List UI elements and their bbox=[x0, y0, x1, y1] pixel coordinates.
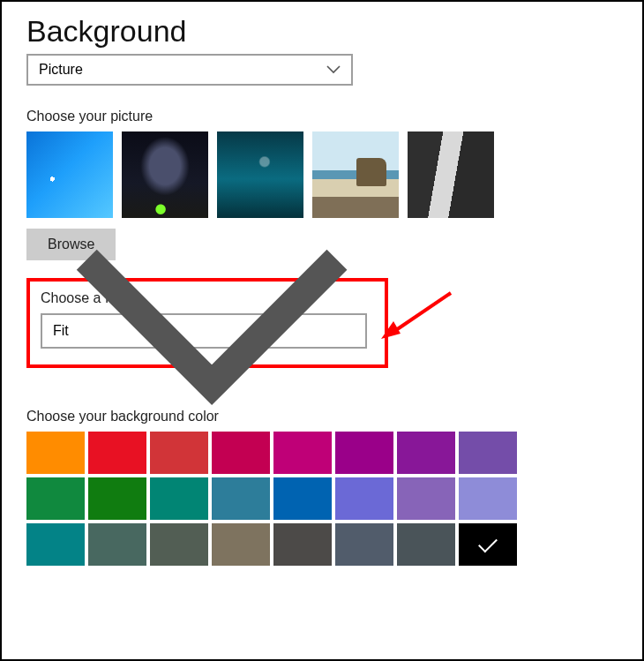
page-title: Background bbox=[26, 14, 618, 49]
color-swatch[interactable] bbox=[88, 477, 146, 520]
fit-dropdown[interactable]: Fit bbox=[41, 313, 367, 349]
background-type-value: Picture bbox=[39, 62, 83, 78]
choose-picture-label: Choose your picture bbox=[26, 109, 618, 124]
picture-thumb[interactable] bbox=[122, 131, 208, 218]
svg-line-0 bbox=[393, 293, 451, 332]
color-swatch[interactable] bbox=[212, 477, 270, 520]
color-grid bbox=[26, 432, 618, 566]
color-swatch[interactable] bbox=[397, 477, 455, 520]
color-swatch[interactable] bbox=[26, 523, 85, 566]
picture-thumb[interactable] bbox=[312, 131, 399, 218]
color-swatch[interactable] bbox=[397, 432, 455, 474]
color-swatch[interactable] bbox=[150, 432, 208, 474]
color-swatch[interactable] bbox=[88, 432, 146, 474]
color-swatch[interactable] bbox=[335, 477, 393, 520]
color-swatch[interactable] bbox=[150, 477, 208, 520]
color-swatch[interactable] bbox=[212, 523, 270, 566]
chevron-down-icon bbox=[326, 65, 341, 74]
color-swatch[interactable] bbox=[335, 523, 393, 566]
fit-value: Fit bbox=[53, 323, 69, 339]
chevron-down-icon bbox=[69, 242, 355, 421]
picture-thumb[interactable] bbox=[26, 131, 113, 218]
color-swatch[interactable] bbox=[459, 523, 517, 566]
background-type-dropdown[interactable]: Picture bbox=[26, 54, 353, 86]
color-swatch[interactable] bbox=[26, 432, 85, 474]
color-swatch[interactable] bbox=[397, 523, 455, 566]
color-swatch[interactable] bbox=[273, 432, 332, 474]
picture-thumbnails bbox=[26, 131, 618, 218]
color-swatch[interactable] bbox=[150, 523, 208, 566]
color-swatch[interactable] bbox=[459, 432, 517, 474]
picture-thumb[interactable] bbox=[408, 131, 494, 218]
color-swatch[interactable] bbox=[26, 477, 85, 520]
color-swatch[interactable] bbox=[335, 432, 393, 474]
color-swatch[interactable] bbox=[273, 477, 332, 520]
color-swatch[interactable] bbox=[273, 523, 332, 566]
picture-thumb[interactable] bbox=[217, 131, 303, 218]
fit-highlight-annotation: Choose a fit Fit bbox=[26, 278, 388, 368]
color-swatch[interactable] bbox=[459, 477, 517, 520]
color-swatch[interactable] bbox=[88, 523, 146, 566]
color-swatch[interactable] bbox=[212, 432, 270, 474]
